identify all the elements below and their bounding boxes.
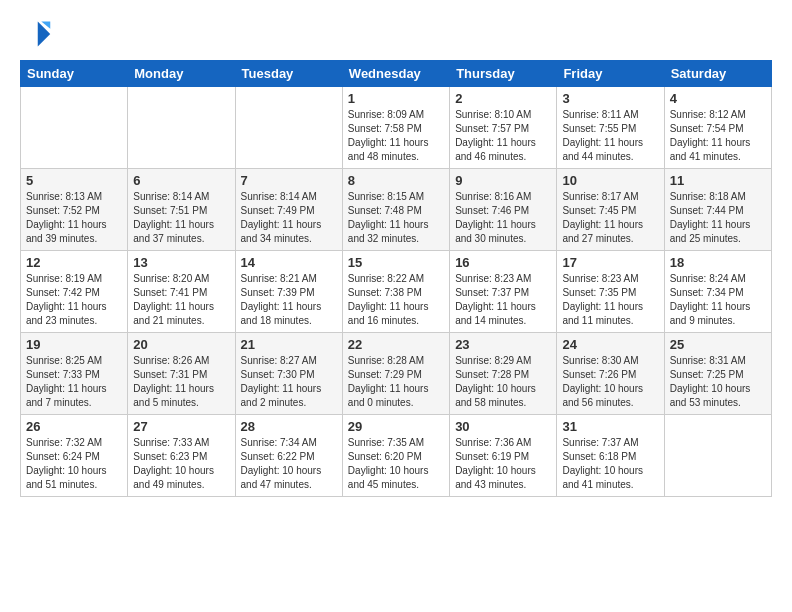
day-info: Sunrise: 8:23 AM Sunset: 7:37 PM Dayligh… [455,272,551,328]
day-info: Sunrise: 8:15 AM Sunset: 7:48 PM Dayligh… [348,190,444,246]
day-number: 25 [670,337,766,352]
weekday-header-row: SundayMondayTuesdayWednesdayThursdayFrid… [21,61,772,87]
day-number: 23 [455,337,551,352]
day-number: 8 [348,173,444,188]
day-info: Sunrise: 8:26 AM Sunset: 7:31 PM Dayligh… [133,354,229,410]
day-info: Sunrise: 8:19 AM Sunset: 7:42 PM Dayligh… [26,272,122,328]
day-info: Sunrise: 7:35 AM Sunset: 6:20 PM Dayligh… [348,436,444,492]
weekday-monday: Monday [128,61,235,87]
day-cell: 28Sunrise: 7:34 AM Sunset: 6:22 PM Dayli… [235,415,342,497]
weekday-friday: Friday [557,61,664,87]
day-info: Sunrise: 8:24 AM Sunset: 7:34 PM Dayligh… [670,272,766,328]
day-cell: 3Sunrise: 8:11 AM Sunset: 7:55 PM Daylig… [557,87,664,169]
day-cell [235,87,342,169]
day-info: Sunrise: 8:18 AM Sunset: 7:44 PM Dayligh… [670,190,766,246]
day-cell: 26Sunrise: 7:32 AM Sunset: 6:24 PM Dayli… [21,415,128,497]
day-cell [21,87,128,169]
calendar: SundayMondayTuesdayWednesdayThursdayFrid… [20,60,772,497]
day-number: 11 [670,173,766,188]
day-info: Sunrise: 8:29 AM Sunset: 7:28 PM Dayligh… [455,354,551,410]
day-cell: 6Sunrise: 8:14 AM Sunset: 7:51 PM Daylig… [128,169,235,251]
day-info: Sunrise: 8:27 AM Sunset: 7:30 PM Dayligh… [241,354,337,410]
day-number: 4 [670,91,766,106]
day-info: Sunrise: 8:21 AM Sunset: 7:39 PM Dayligh… [241,272,337,328]
day-number: 28 [241,419,337,434]
day-number: 19 [26,337,122,352]
day-number: 10 [562,173,658,188]
day-number: 29 [348,419,444,434]
week-row-1: 1Sunrise: 8:09 AM Sunset: 7:58 PM Daylig… [21,87,772,169]
day-cell: 27Sunrise: 7:33 AM Sunset: 6:23 PM Dayli… [128,415,235,497]
day-info: Sunrise: 7:37 AM Sunset: 6:18 PM Dayligh… [562,436,658,492]
day-number: 31 [562,419,658,434]
day-cell: 15Sunrise: 8:22 AM Sunset: 7:38 PM Dayli… [342,251,449,333]
day-info: Sunrise: 8:16 AM Sunset: 7:46 PM Dayligh… [455,190,551,246]
day-cell: 21Sunrise: 8:27 AM Sunset: 7:30 PM Dayli… [235,333,342,415]
day-info: Sunrise: 7:36 AM Sunset: 6:19 PM Dayligh… [455,436,551,492]
day-info: Sunrise: 8:14 AM Sunset: 7:49 PM Dayligh… [241,190,337,246]
day-cell: 2Sunrise: 8:10 AM Sunset: 7:57 PM Daylig… [450,87,557,169]
day-info: Sunrise: 7:34 AM Sunset: 6:22 PM Dayligh… [241,436,337,492]
day-cell: 11Sunrise: 8:18 AM Sunset: 7:44 PM Dayli… [664,169,771,251]
day-info: Sunrise: 8:12 AM Sunset: 7:54 PM Dayligh… [670,108,766,164]
week-row-2: 5Sunrise: 8:13 AM Sunset: 7:52 PM Daylig… [21,169,772,251]
day-info: Sunrise: 8:31 AM Sunset: 7:25 PM Dayligh… [670,354,766,410]
day-cell: 14Sunrise: 8:21 AM Sunset: 7:39 PM Dayli… [235,251,342,333]
header [20,18,772,50]
day-number: 3 [562,91,658,106]
day-cell: 29Sunrise: 7:35 AM Sunset: 6:20 PM Dayli… [342,415,449,497]
day-cell: 30Sunrise: 7:36 AM Sunset: 6:19 PM Dayli… [450,415,557,497]
weekday-tuesday: Tuesday [235,61,342,87]
day-cell: 24Sunrise: 8:30 AM Sunset: 7:26 PM Dayli… [557,333,664,415]
day-number: 5 [26,173,122,188]
day-cell: 4Sunrise: 8:12 AM Sunset: 7:54 PM Daylig… [664,87,771,169]
day-cell: 10Sunrise: 8:17 AM Sunset: 7:45 PM Dayli… [557,169,664,251]
day-number: 14 [241,255,337,270]
day-info: Sunrise: 8:13 AM Sunset: 7:52 PM Dayligh… [26,190,122,246]
day-info: Sunrise: 7:33 AM Sunset: 6:23 PM Dayligh… [133,436,229,492]
weekday-saturday: Saturday [664,61,771,87]
day-cell [128,87,235,169]
day-info: Sunrise: 8:10 AM Sunset: 7:57 PM Dayligh… [455,108,551,164]
day-cell: 8Sunrise: 8:15 AM Sunset: 7:48 PM Daylig… [342,169,449,251]
day-number: 24 [562,337,658,352]
day-cell: 7Sunrise: 8:14 AM Sunset: 7:49 PM Daylig… [235,169,342,251]
day-info: Sunrise: 7:32 AM Sunset: 6:24 PM Dayligh… [26,436,122,492]
day-cell: 25Sunrise: 8:31 AM Sunset: 7:25 PM Dayli… [664,333,771,415]
day-number: 2 [455,91,551,106]
day-cell: 13Sunrise: 8:20 AM Sunset: 7:41 PM Dayli… [128,251,235,333]
day-number: 7 [241,173,337,188]
day-info: Sunrise: 8:22 AM Sunset: 7:38 PM Dayligh… [348,272,444,328]
day-cell: 16Sunrise: 8:23 AM Sunset: 7:37 PM Dayli… [450,251,557,333]
day-number: 12 [26,255,122,270]
day-number: 27 [133,419,229,434]
day-cell: 20Sunrise: 8:26 AM Sunset: 7:31 PM Dayli… [128,333,235,415]
day-number: 13 [133,255,229,270]
weekday-thursday: Thursday [450,61,557,87]
page: SundayMondayTuesdayWednesdayThursdayFrid… [0,0,792,612]
week-row-5: 26Sunrise: 7:32 AM Sunset: 6:24 PM Dayli… [21,415,772,497]
day-number: 22 [348,337,444,352]
day-number: 6 [133,173,229,188]
week-row-4: 19Sunrise: 8:25 AM Sunset: 7:33 PM Dayli… [21,333,772,415]
logo-icon [20,18,52,50]
day-info: Sunrise: 8:20 AM Sunset: 7:41 PM Dayligh… [133,272,229,328]
day-cell: 31Sunrise: 7:37 AM Sunset: 6:18 PM Dayli… [557,415,664,497]
day-info: Sunrise: 8:25 AM Sunset: 7:33 PM Dayligh… [26,354,122,410]
day-info: Sunrise: 8:09 AM Sunset: 7:58 PM Dayligh… [348,108,444,164]
day-number: 20 [133,337,229,352]
day-cell: 5Sunrise: 8:13 AM Sunset: 7:52 PM Daylig… [21,169,128,251]
day-info: Sunrise: 8:14 AM Sunset: 7:51 PM Dayligh… [133,190,229,246]
day-cell: 22Sunrise: 8:28 AM Sunset: 7:29 PM Dayli… [342,333,449,415]
day-cell: 23Sunrise: 8:29 AM Sunset: 7:28 PM Dayli… [450,333,557,415]
day-number: 9 [455,173,551,188]
day-cell: 9Sunrise: 8:16 AM Sunset: 7:46 PM Daylig… [450,169,557,251]
day-info: Sunrise: 8:30 AM Sunset: 7:26 PM Dayligh… [562,354,658,410]
day-cell: 19Sunrise: 8:25 AM Sunset: 7:33 PM Dayli… [21,333,128,415]
day-number: 21 [241,337,337,352]
day-cell [664,415,771,497]
weekday-wednesday: Wednesday [342,61,449,87]
day-number: 26 [26,419,122,434]
day-info: Sunrise: 8:23 AM Sunset: 7:35 PM Dayligh… [562,272,658,328]
week-row-3: 12Sunrise: 8:19 AM Sunset: 7:42 PM Dayli… [21,251,772,333]
